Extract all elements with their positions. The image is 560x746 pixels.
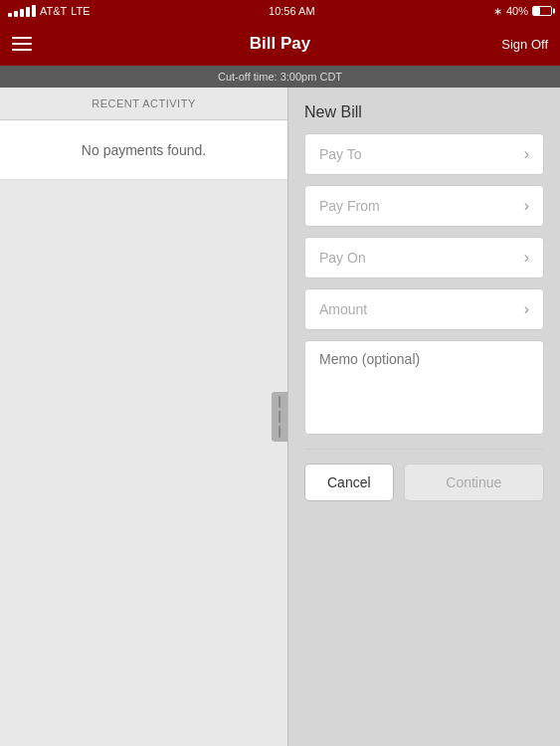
battery-percent: 40% xyxy=(506,5,528,17)
no-payments-message: No payments found. xyxy=(0,120,287,180)
pay-from-field[interactable]: Pay From › xyxy=(304,185,544,227)
cutoff-label: Cut-off time: 3:00pm CDT xyxy=(218,71,342,83)
action-buttons: Cancel Continue xyxy=(304,464,544,501)
pay-from-label: Pay From xyxy=(319,198,380,214)
memo-field[interactable] xyxy=(304,340,544,435)
recent-activity-header: RECENT ACTIVITY xyxy=(0,88,287,120)
panel-resize-handle[interactable] xyxy=(272,392,287,442)
pay-from-chevron-icon: › xyxy=(524,197,529,215)
continue-button[interactable]: Continue xyxy=(404,464,544,501)
carrier-label: AT&T xyxy=(40,5,67,17)
new-bill-title: New Bill xyxy=(304,103,544,121)
pay-on-chevron-icon: › xyxy=(524,249,529,267)
left-panel: RECENT ACTIVITY No payments found. xyxy=(0,88,288,746)
pay-to-chevron-icon: › xyxy=(524,145,529,163)
time-label: 10:56 AM xyxy=(269,5,314,17)
battery-fill xyxy=(533,7,540,15)
bluetooth-icon: ∗ xyxy=(493,5,502,18)
amount-chevron-icon: › xyxy=(524,300,529,318)
drag-lines xyxy=(279,396,280,438)
pay-to-label: Pay To xyxy=(319,146,362,162)
menu-button[interactable] xyxy=(12,37,32,51)
sign-off-button[interactable]: Sign Off xyxy=(501,37,548,52)
status-right: ∗ 40% xyxy=(493,5,552,18)
sub-bar: Cut-off time: 3:00pm CDT xyxy=(0,66,560,88)
page-title: Bill Pay xyxy=(250,22,310,66)
status-bar: AT&T LTE 10:56 AM ∗ 40% xyxy=(0,0,560,22)
pay-on-label: Pay On xyxy=(319,250,366,266)
battery-icon xyxy=(532,6,552,16)
signal-strength xyxy=(8,5,36,17)
amount-field[interactable]: Amount › xyxy=(304,288,544,330)
right-panel: New Bill Pay To › Pay From › Pay On › Am… xyxy=(288,88,560,746)
divider xyxy=(304,449,544,450)
nav-bar: Bill Pay Sign Off xyxy=(0,22,560,66)
pay-to-field[interactable]: Pay To › xyxy=(304,133,544,175)
memo-input[interactable] xyxy=(319,351,529,424)
cancel-button[interactable]: Cancel xyxy=(304,464,394,501)
main-content: RECENT ACTIVITY No payments found. New B… xyxy=(0,88,560,746)
network-label: LTE xyxy=(71,5,90,17)
amount-label: Amount xyxy=(319,301,367,317)
status-left: AT&T LTE xyxy=(8,5,91,17)
pay-on-field[interactable]: Pay On › xyxy=(304,237,544,279)
